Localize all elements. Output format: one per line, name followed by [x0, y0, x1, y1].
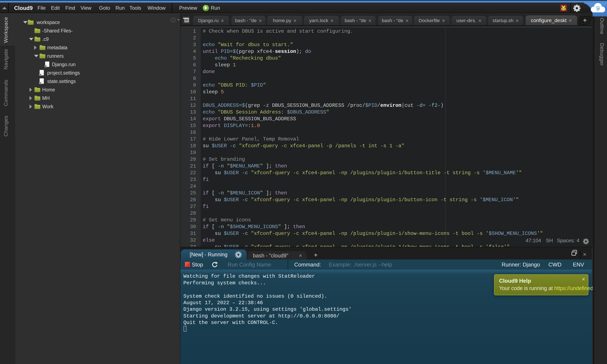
- svg-text:9: 9: [596, 4, 600, 12]
